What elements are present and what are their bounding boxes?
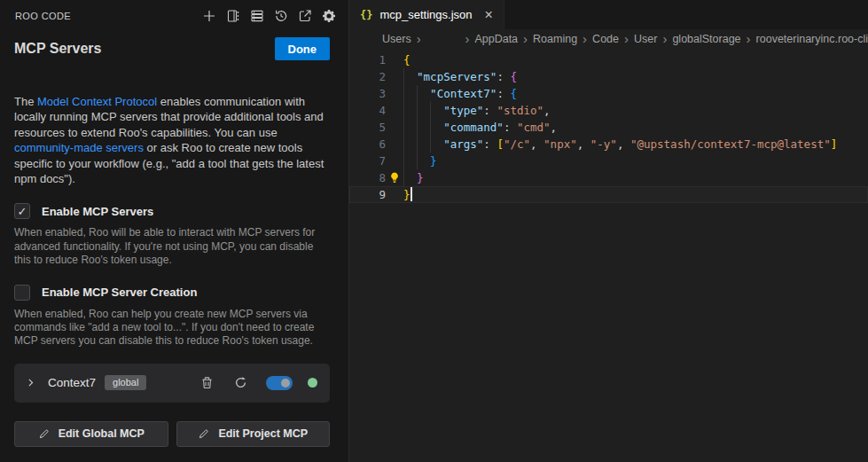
code-line-content: "command": "cmd", — [386, 119, 557, 136]
mcp-server-row-context7: Context7 global — [14, 364, 330, 403]
history-icon[interactable] — [273, 8, 289, 24]
code-line: 9} — [349, 186, 868, 203]
toggle-knob — [281, 379, 290, 388]
checkbox-label: Enable MCP Servers — [42, 205, 153, 218]
server-stack-icon[interactable] — [249, 8, 265, 24]
line-number: 6 — [349, 136, 386, 153]
line-number: 5 — [349, 119, 386, 136]
breadcrumb-separator-icon: › — [411, 31, 426, 46]
line-number: 9 — [349, 186, 386, 203]
breadcrumb-separator-icon: › — [619, 31, 634, 46]
breadcrumb-separator-icon: › — [741, 31, 756, 46]
done-button[interactable]: Done — [275, 37, 331, 60]
breadcrumb-item[interactable]: Code — [592, 33, 619, 45]
button-label: Edit Project MCP — [218, 427, 308, 440]
code-line-content: "type": "stdio", — [386, 102, 551, 119]
code-line: 1{ — [349, 51, 868, 68]
breadcrumb-item[interactable]: Users — [382, 33, 411, 45]
tab-filename: mcp_settings.json — [379, 8, 472, 21]
code-editor[interactable]: 1{2 "mcpServers": {3 "Context7": {4 "typ… — [349, 49, 868, 462]
intro-text: The Model Context Protocol enables commu… — [0, 94, 348, 186]
link-community-made-servers[interactable]: community-made servers — [14, 141, 144, 154]
code-line-content: { — [386, 51, 411, 68]
page-title: MCP Servers — [14, 41, 101, 57]
panel-header: ROO CODE — [0, 0, 348, 24]
code-line-content: "args": ["/c", "npx", "-y", "@upstash/co… — [386, 136, 837, 153]
code-line: 8 } — [349, 169, 868, 186]
checkbox-enable-mcp-server-creation[interactable] — [14, 285, 30, 301]
section-enable-mcp-server-creation: Enable MCP Server Creation When enabled,… — [0, 285, 348, 348]
server-enabled-toggle[interactable] — [266, 376, 293, 390]
plus-icon[interactable] — [201, 8, 217, 24]
checkbox-label: Enable MCP Server Creation — [42, 286, 197, 299]
gear-icon[interactable] — [321, 8, 337, 24]
pencil-icon — [38, 428, 50, 440]
server-status-indicator — [308, 378, 317, 388]
editor-group: {} mcp_settings.json × Users››AppData›Ro… — [348, 0, 868, 462]
panel-toolbar — [201, 8, 337, 24]
code-line: 4 "type": "stdio", — [349, 102, 868, 119]
breadcrumb-item[interactable]: AppData — [474, 33, 518, 45]
code-line: 2 "mcpServers": { — [349, 68, 868, 85]
json-file-icon: {} — [360, 9, 372, 21]
close-tab-icon[interactable]: × — [485, 8, 493, 22]
line-number: 3 — [349, 85, 386, 102]
restart-server-button[interactable] — [234, 376, 247, 389]
code-line-content: } — [386, 153, 437, 169]
code-line-content: "mcpServers": { — [386, 68, 517, 85]
mcp-edit-buttons: Edit Global MCP Edit Project MCP — [14, 421, 330, 447]
open-external-icon[interactable] — [297, 8, 313, 24]
code-line: 6 "args": ["/c", "npx", "-y", "@upstash/… — [349, 136, 868, 153]
breadcrumb-item[interactable]: rooveterinaryinc.roo-cli — [756, 33, 868, 45]
line-number: 1 — [349, 51, 386, 68]
notebook-icon[interactable] — [225, 8, 241, 24]
edit-global-mcp-button[interactable]: Edit Global MCP — [14, 421, 168, 447]
text-cursor — [411, 187, 412, 201]
line-number: 4 — [349, 102, 386, 119]
line-number: 7 — [349, 153, 386, 169]
code-line: 3 "Context7": { — [349, 85, 868, 102]
code-line: 7 } — [349, 153, 868, 169]
tab-mcp-settings-json[interactable]: {} mcp_settings.json × — [349, 0, 504, 29]
breadcrumb-item[interactable]: Roaming — [533, 33, 577, 45]
roo-code-panel: ROO CODE MCP Servers Done The Model Cont… — [0, 0, 348, 462]
server-name: Context7 — [48, 376, 96, 389]
breadcrumb-item[interactable]: globalStorage — [672, 33, 740, 45]
line-number: 8 — [349, 169, 386, 186]
breadcrumb-separator-icon: › — [459, 31, 474, 46]
checkbox-description: When enabled, Roo can help you create ne… — [14, 308, 330, 348]
delete-server-button[interactable] — [200, 376, 214, 389]
expand-chevron-icon[interactable] — [25, 377, 36, 388]
code-line-content: "Context7": { — [386, 85, 517, 102]
button-label: Edit Global MCP — [59, 427, 145, 440]
title-row: MCP Servers Done — [0, 37, 348, 60]
breadcrumb: Users››AppData›Roaming›Code›User›globalS… — [349, 29, 868, 49]
panel-brand: ROO CODE — [15, 11, 71, 21]
code-line-content: } — [386, 169, 424, 186]
breadcrumb-separator-icon: › — [577, 31, 592, 46]
link-model-context-protocol[interactable]: Model Context Protocol — [37, 95, 157, 108]
intro-pre: The — [14, 95, 37, 108]
code-line: 5 "command": "cmd", — [349, 119, 868, 136]
edit-project-mcp-button[interactable]: Edit Project MCP — [176, 421, 331, 447]
vscode-window: ROO CODE MCP Servers Done The Model Cont… — [0, 0, 868, 462]
breadcrumb-separator-icon: › — [657, 31, 672, 46]
pencil-icon — [198, 428, 209, 440]
section-enable-mcp-servers: ✓ Enable MCP Servers When enabled, Roo w… — [0, 203, 348, 267]
line-number: 2 — [349, 68, 386, 85]
code-lines: 1{2 "mcpServers": {3 "Context7": {4 "typ… — [349, 51, 868, 203]
code-line-content: } — [386, 186, 412, 203]
breadcrumb-item[interactable]: User — [634, 33, 657, 45]
breadcrumb-separator-icon: › — [518, 31, 533, 46]
tab-bar: {} mcp_settings.json × — [349, 0, 868, 29]
scope-badge: global — [105, 375, 146, 390]
checkbox-description: When enabled, Roo will be able to intera… — [14, 226, 330, 267]
checkbox-enable-mcp-servers[interactable]: ✓ — [14, 203, 30, 219]
